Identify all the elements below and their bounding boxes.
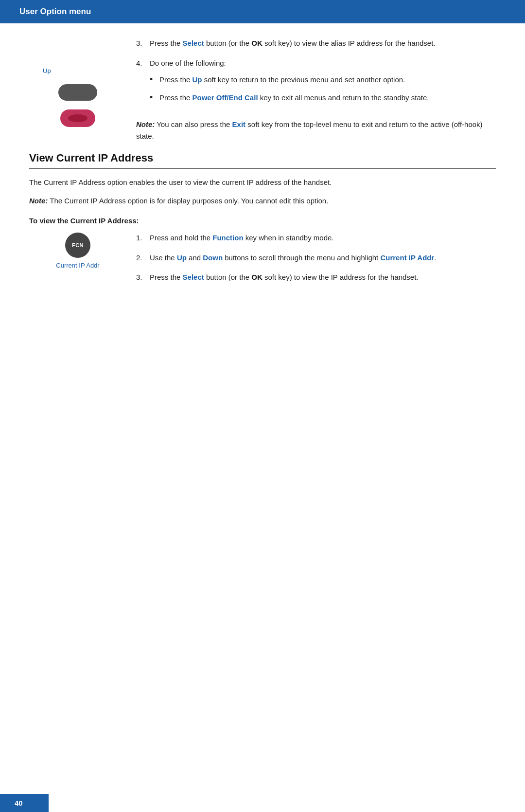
bullet1-text: Press the Up soft key to return to the p… bbox=[159, 74, 496, 86]
bstep2-current-ip: Current IP Addr bbox=[380, 253, 434, 262]
bstep1-text: Press and hold the Function key when in … bbox=[150, 233, 496, 244]
top-note-text-before: You can also press the bbox=[155, 120, 232, 128]
section-note: Note: The Current IP Address option is f… bbox=[29, 195, 496, 207]
header-bar: User Option menu bbox=[0, 0, 525, 23]
bottom-left-images: FCN Current IP Addr bbox=[29, 233, 126, 292]
bstep1-function: Function bbox=[212, 234, 243, 242]
step3-text-before: Press the bbox=[150, 39, 183, 47]
right-text: 3. Press the Select button (or the OK so… bbox=[126, 38, 496, 142]
bullet2-power: Power Off/End Call bbox=[192, 93, 258, 102]
end-call-inner bbox=[68, 114, 88, 122]
header-title: User Option menu bbox=[19, 7, 91, 16]
bottom-step-3: 3. Press the Select button (or the OK so… bbox=[136, 272, 496, 283]
section-note-text: The Current IP Address option is for dis… bbox=[48, 197, 328, 205]
bullet2-after: key to exit all menus and return to the … bbox=[258, 93, 429, 102]
main-content: Up 3. Press the Select button (or the OK… bbox=[0, 23, 525, 321]
bstep2-text: Use the Up and Down buttons to scroll th… bbox=[150, 253, 496, 264]
step3-text: Press the Select button (or the OK soft … bbox=[150, 38, 496, 49]
bottom-step-2: 2. Use the Up and Down buttons to scroll… bbox=[136, 253, 496, 264]
step3-text-after: soft key) to view the alias IP address f… bbox=[262, 39, 436, 47]
bullet2-dot: • bbox=[150, 92, 159, 104]
bullet-2: • Press the Power Off/End Call key to ex… bbox=[150, 92, 496, 104]
end-call-button-image bbox=[60, 109, 95, 127]
bstep2-up: Up bbox=[177, 253, 187, 262]
top-note: Note: You can also press the Exit soft k… bbox=[136, 119, 496, 142]
bstep3-num: 3. bbox=[136, 272, 150, 283]
step3-num: 3. bbox=[136, 38, 150, 49]
bullet-1: • Press the Up soft key to return to the… bbox=[150, 74, 496, 86]
bottom-steps-list: 1. Press and hold the Function key when … bbox=[136, 233, 496, 283]
section-desc: The Current IP Address option enables th… bbox=[29, 177, 496, 188]
step-3: 3. Press the Select button (or the OK so… bbox=[136, 38, 496, 49]
page-number: 40 bbox=[15, 799, 23, 807]
up-button-image bbox=[58, 84, 97, 101]
bullet1-before: Press the bbox=[159, 75, 192, 84]
top-note-label: Note: bbox=[136, 120, 155, 128]
up-label: Up bbox=[43, 67, 51, 74]
bullet1-dot: • bbox=[150, 74, 159, 86]
bullets-list: • Press the Up soft key to return to the… bbox=[150, 74, 496, 103]
bstep1-num: 1. bbox=[136, 233, 150, 244]
fcn-button-image: FCN bbox=[65, 233, 90, 258]
step4-num: 4. bbox=[136, 58, 150, 110]
bottom-section: FCN Current IP Addr 1. Press and hold th… bbox=[29, 233, 496, 292]
step4-text: Do one of the following: • Press the Up … bbox=[150, 58, 496, 110]
bstep2-down: Down bbox=[203, 253, 223, 262]
step-4: 4. Do one of the following: • Press the … bbox=[136, 58, 496, 110]
fcn-label: FCN bbox=[72, 242, 84, 248]
top-section: Up 3. Press the Select button (or the OK… bbox=[29, 38, 496, 142]
section-note-label: Note: bbox=[29, 197, 48, 205]
step3-text-mid: button (or the bbox=[204, 39, 252, 47]
to-view-heading: To view the Current IP Address: bbox=[29, 217, 496, 225]
section-divider bbox=[29, 168, 496, 169]
steps-list: 3. Press the Select button (or the OK so… bbox=[136, 38, 496, 110]
top-note-exit: Exit bbox=[232, 120, 246, 128]
section-heading: View Current IP Address bbox=[29, 152, 496, 164]
left-images: Up bbox=[29, 38, 126, 142]
bullet2-before: Press the bbox=[159, 93, 192, 102]
current-ip-label: Current IP Addr bbox=[56, 262, 99, 269]
bullet1-up: Up bbox=[192, 75, 202, 84]
bottom-right-steps: 1. Press and hold the Function key when … bbox=[126, 233, 496, 292]
bstep2-num: 2. bbox=[136, 253, 150, 264]
bstep3-select: Select bbox=[183, 273, 204, 281]
bottom-step-1: 1. Press and hold the Function key when … bbox=[136, 233, 496, 244]
bstep3-ok: OK bbox=[251, 273, 262, 281]
bullet1-after: soft key to return to the previous menu … bbox=[202, 75, 405, 84]
step3-ok: OK bbox=[251, 39, 262, 47]
bullet2-text: Press the Power Off/End Call key to exit… bbox=[159, 92, 496, 104]
page-footer: 40 bbox=[0, 794, 49, 812]
bstep3-text: Press the Select button (or the OK soft … bbox=[150, 272, 496, 283]
step3-select: Select bbox=[183, 39, 204, 47]
